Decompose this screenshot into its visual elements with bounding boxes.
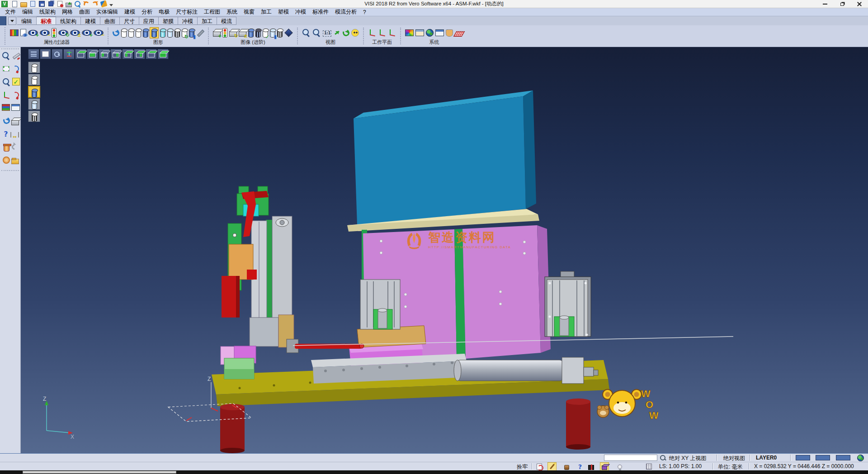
menu-mesh[interactable]: 网格 xyxy=(59,8,76,16)
zoom-highlight-icon[interactable] xyxy=(2,52,10,60)
cylinder-striped-icon[interactable] xyxy=(248,29,254,38)
tab-mould[interactable]: 塑膜 xyxy=(159,17,178,25)
menu-standard-parts[interactable]: 标准件 xyxy=(309,8,332,16)
view-refresh-icon[interactable] xyxy=(342,28,350,37)
close-button[interactable] xyxy=(851,0,868,8)
show-toggle-eye-icon[interactable] xyxy=(70,30,80,36)
new-file-icon[interactable] xyxy=(12,1,17,7)
viewport-3d[interactable]: Z X Z 智造资料网 HTTP:/ xyxy=(21,47,868,453)
tab-apply[interactable]: 应用 xyxy=(139,17,159,25)
menu-mould[interactable]: 塑模 xyxy=(275,8,292,16)
cylinder-wireframe-2-icon[interactable] xyxy=(128,29,134,38)
knife-trim-icon[interactable] xyxy=(12,52,20,60)
cube-gray-icon[interactable] xyxy=(11,120,19,125)
grid-plane-icon[interactable] xyxy=(453,31,465,37)
document-sync-icon[interactable] xyxy=(57,1,62,7)
view-smiley-icon[interactable] xyxy=(351,29,359,37)
tab-standard[interactable]: 标准 xyxy=(37,16,56,25)
package-box-icon[interactable] xyxy=(587,463,595,470)
window-tools-icon[interactable] xyxy=(435,29,444,36)
bottom-scrollbar-thumb[interactable] xyxy=(23,471,176,474)
tab-dimension[interactable]: 尺寸 xyxy=(120,17,139,25)
image-monitor-icon[interactable] xyxy=(415,29,424,36)
color-swatch-3[interactable] xyxy=(836,455,850,460)
color-swatch-2[interactable] xyxy=(816,455,830,460)
status-absolute-view[interactable]: 绝对视图 xyxy=(723,455,745,462)
toolbar-grip[interactable] xyxy=(5,27,5,45)
zoom-plusminus-cube-icon[interactable] xyxy=(2,78,11,86)
color-swatch-1[interactable] xyxy=(796,455,810,460)
cylinder-hidden-line-icon[interactable] xyxy=(175,29,180,38)
bulb-icon[interactable] xyxy=(616,463,624,470)
cube-refresh-icon[interactable] xyxy=(229,31,237,37)
zoom-window-icon[interactable] xyxy=(312,28,321,37)
status-search-input[interactable] xyxy=(604,455,657,461)
menu-modeling[interactable]: 建模 xyxy=(121,8,138,16)
layers-books-icon[interactable] xyxy=(2,104,10,111)
tab-flow[interactable]: 模流 xyxy=(217,17,236,25)
cylinder-wireframe-3-icon[interactable] xyxy=(136,29,141,38)
globe-language-icon[interactable] xyxy=(856,454,864,462)
menu-analysis[interactable]: 分析 xyxy=(138,8,156,16)
menu-surface[interactable]: 曲面 xyxy=(76,8,93,16)
menu-flow-analysis[interactable]: 模流分析 xyxy=(332,8,360,16)
tab-modeling[interactable]: 建模 xyxy=(81,17,100,25)
save-all-icon[interactable] xyxy=(48,1,53,6)
menu-file[interactable]: 文件 xyxy=(2,8,19,16)
menu-system[interactable]: 系统 xyxy=(223,8,241,16)
help-question-status-icon[interactable] xyxy=(576,463,584,470)
menu-electrode[interactable]: 电极 xyxy=(156,8,173,16)
cylinder-flat-icon[interactable] xyxy=(167,29,173,38)
traffic-light-filter-icon[interactable] xyxy=(52,28,57,38)
print-export-icon[interactable] xyxy=(66,3,72,7)
status-units[interactable]: 单位: 毫米 xyxy=(718,463,743,471)
open-folder-icon[interactable] xyxy=(11,159,19,164)
save-icon[interactable] xyxy=(39,1,45,7)
more-dropdown-icon[interactable] xyxy=(109,4,113,8)
traffic-light-icon[interactable] xyxy=(222,28,227,38)
cube-add-icon[interactable] xyxy=(213,31,221,37)
workplane-axis-icon[interactable] xyxy=(368,28,376,37)
restore-button[interactable] xyxy=(834,0,851,8)
hide-remove-eye-icon[interactable] xyxy=(40,30,50,36)
cylinder-wireframe-icon[interactable] xyxy=(121,29,127,38)
copy-pages-icon[interactable] xyxy=(30,1,35,7)
status-layer[interactable]: LAYER0 xyxy=(756,455,777,461)
display-properties-icon[interactable] xyxy=(10,29,19,36)
search-magnifier-icon[interactable] xyxy=(659,454,667,462)
visi-logo-icon[interactable] xyxy=(1,1,8,7)
menu-edit[interactable]: 编辑 xyxy=(19,8,36,16)
ink-bottle-icon[interactable] xyxy=(562,463,571,470)
zoom-1to1-icon[interactable] xyxy=(323,30,331,37)
cylinder-shaded-selected[interactable] xyxy=(150,28,158,38)
select-rectangle-icon[interactable] xyxy=(3,66,9,71)
undo-gray-icon[interactable] xyxy=(11,143,19,151)
clipboard-sync-icon[interactable] xyxy=(535,463,543,470)
open-file-icon[interactable] xyxy=(20,2,27,7)
curve-red-pencil-icon[interactable] xyxy=(12,91,20,99)
undo-icon[interactable] xyxy=(83,1,90,7)
cube-plusminus-icon[interactable] xyxy=(239,31,246,37)
menu-solid-edit[interactable]: 实体编辑 xyxy=(93,8,121,16)
zoom-plusminus-icon[interactable] xyxy=(302,28,311,37)
navigate-compass-icon[interactable] xyxy=(3,156,10,164)
snap-hand-icon[interactable] xyxy=(446,29,453,37)
menu-help[interactable]: ? xyxy=(360,9,369,15)
search-torch-icon[interactable] xyxy=(100,0,108,8)
shaded-diamond-icon[interactable] xyxy=(284,28,292,37)
globe-tools-icon[interactable] xyxy=(426,29,434,37)
highlight-wand-icon[interactable] xyxy=(548,463,556,470)
wcs-axis-icon[interactable] xyxy=(2,91,10,99)
delete-trash-icon[interactable] xyxy=(4,145,9,152)
tab-progress[interactable]: 冲模 xyxy=(178,17,198,25)
cylinder-recycle-icon[interactable] xyxy=(182,29,187,38)
confirm-check-icon[interactable] xyxy=(12,78,20,85)
menu-window[interactable]: 视窗 xyxy=(241,8,258,16)
regenerate-icon[interactable] xyxy=(112,28,120,37)
cylinder-clipboard-icon[interactable] xyxy=(270,29,275,38)
menu-wireframe[interactable]: 线架构 xyxy=(36,8,59,16)
show-add-eye-icon[interactable] xyxy=(28,30,38,36)
menu-machining[interactable]: 加工 xyxy=(258,8,275,16)
graphics-settings-wrench-icon[interactable] xyxy=(196,29,204,37)
menu-drawing[interactable]: 工程图 xyxy=(201,8,223,16)
